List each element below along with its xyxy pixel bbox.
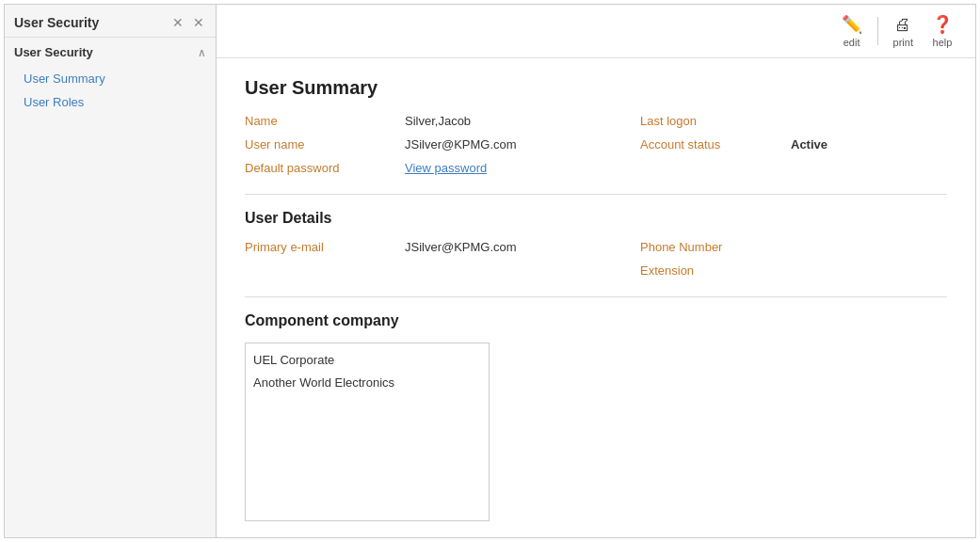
close-icon[interactable]: ✕ bbox=[191, 14, 206, 31]
help-button[interactable]: ❓ help bbox=[924, 10, 960, 52]
username-label: User name bbox=[245, 137, 405, 151]
sidebar-icon-group: ✕ ✕ bbox=[170, 14, 206, 31]
account-status-label: Account status bbox=[640, 137, 791, 151]
chevron-down-icon bbox=[198, 45, 206, 59]
print-button[interactable]: 🖨 print bbox=[886, 11, 921, 52]
print-icon: 🖨 bbox=[894, 15, 911, 35]
pin-icon[interactable]: ✕ bbox=[170, 14, 185, 31]
sidebar: User Security ✕ ✕ User Security User Sum… bbox=[5, 5, 217, 537]
view-password-link[interactable]: View password bbox=[405, 161, 640, 175]
extension-label: Extension bbox=[640, 263, 791, 278]
help-icon: ❓ bbox=[932, 14, 953, 35]
sidebar-nav: User Summary User Roles bbox=[5, 67, 216, 114]
user-summary-grid: Name Silver,Jacob Last logon User name J… bbox=[245, 114, 947, 175]
edit-icon: ✏️ bbox=[842, 14, 862, 35]
company-item-2: Another World Electronics bbox=[253, 372, 481, 394]
edit-button[interactable]: ✏️ edit bbox=[834, 10, 870, 52]
component-company-title: Component company bbox=[245, 312, 947, 329]
username-value: JSilver@KPMG.com bbox=[405, 137, 640, 151]
default-password-label: Default password bbox=[245, 161, 405, 175]
user-details-title: User Details bbox=[245, 210, 947, 227]
name-value: Silver,Jacob bbox=[405, 114, 640, 128]
sidebar-title: User Security bbox=[14, 15, 99, 30]
sidebar-header: User Security ✕ ✕ bbox=[5, 5, 216, 38]
last-logon-label: Last logon bbox=[640, 114, 791, 128]
app-container: User Security ✕ ✕ User Security User Sum… bbox=[4, 4, 976, 538]
sidebar-item-user-roles[interactable]: User Roles bbox=[5, 90, 216, 114]
account-status-value: Active bbox=[791, 137, 947, 151]
toolbar-divider bbox=[877, 17, 878, 45]
main-body: User Summary Name Silver,Jacob Last logo… bbox=[217, 58, 975, 537]
sidebar-section-user-security[interactable]: User Security bbox=[5, 38, 216, 67]
page-title: User Summary bbox=[245, 77, 947, 99]
main-content: ✏️ edit 🖨 print ❓ help User Summary Name… bbox=[217, 5, 975, 537]
user-details-grid: Primary e-mail JSilver@KPMG.com Phone Nu… bbox=[245, 240, 947, 278]
name-label: Name bbox=[245, 114, 405, 128]
main-toolbar: ✏️ edit 🖨 print ❓ help bbox=[217, 5, 975, 58]
section-divider-2 bbox=[245, 296, 947, 297]
phone-number-label: Phone Number bbox=[640, 240, 791, 254]
primary-email-value: JSilver@KPMG.com bbox=[405, 240, 640, 254]
sidebar-section-label: User Security bbox=[14, 45, 93, 59]
company-item-1: UEL Corporate bbox=[253, 349, 481, 372]
section-divider-1 bbox=[245, 194, 947, 195]
company-list-box[interactable]: UEL Corporate Another World Electronics bbox=[245, 343, 490, 521]
primary-email-label: Primary e-mail bbox=[245, 240, 405, 254]
sidebar-item-user-summary[interactable]: User Summary bbox=[5, 67, 216, 90]
